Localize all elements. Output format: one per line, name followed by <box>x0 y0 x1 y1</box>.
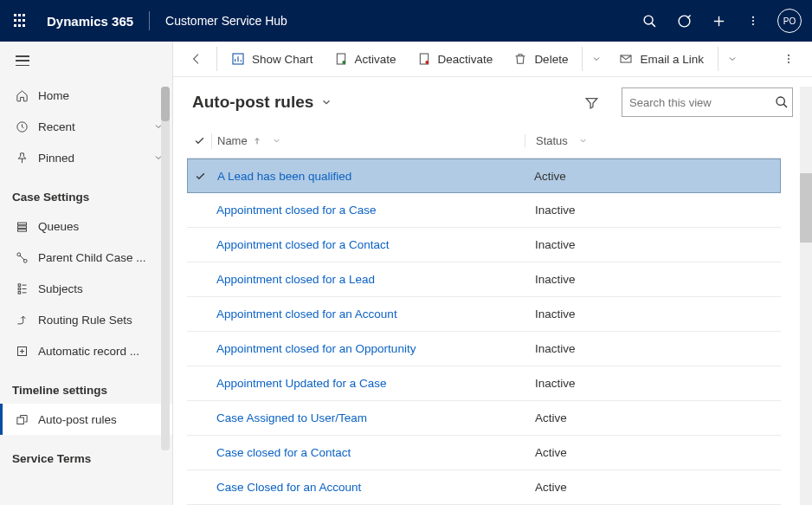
row-name-link[interactable]: A Lead has been qualified <box>212 170 524 183</box>
search-icon[interactable] <box>775 95 789 109</box>
select-all-checkbox[interactable] <box>187 135 211 146</box>
delete-button[interactable]: Delete <box>505 45 577 73</box>
sidebar-item-pinned[interactable]: Pinned <box>0 142 172 173</box>
main-scrollbar[interactable] <box>800 87 812 505</box>
row-status: Inactive <box>525 238 781 251</box>
top-bar: Dynamics 365 Customer Service Hub PO <box>0 0 812 42</box>
svg-rect-12 <box>17 225 26 228</box>
table-row[interactable]: Case Closed for an AccountActive <box>187 470 781 505</box>
activate-icon <box>334 52 348 66</box>
divider <box>582 47 583 71</box>
svg-rect-16 <box>18 283 21 286</box>
table-row[interactable]: Case closed for a ContactActive <box>187 436 781 470</box>
nav-label: Parent Child Case ... <box>38 251 164 264</box>
row-name-link[interactable]: Appointment Updated for a Case <box>211 377 525 390</box>
email-split-button[interactable] <box>722 54 743 64</box>
svg-point-36 <box>788 58 789 60</box>
svg-point-0 <box>644 16 653 24</box>
row-status: Active <box>525 446 781 459</box>
table-row[interactable]: Appointment closed for a CaseInactive <box>187 193 781 228</box>
svg-rect-25 <box>16 418 23 424</box>
nav-label: Subjects <box>38 282 164 295</box>
more-commands-button[interactable] <box>774 45 803 73</box>
sidebar-scrollbar[interactable] <box>161 87 170 450</box>
search-input[interactable] <box>629 96 775 109</box>
row-name-link[interactable]: Appointment closed for a Case <box>211 204 525 217</box>
brand-divider <box>149 11 150 30</box>
row-name-link[interactable]: Appointment closed for a Contact <box>211 238 525 251</box>
sidebar-item-parent-child[interactable]: Parent Child Case ... <box>0 242 172 273</box>
nav-label: Automatic record ... <box>38 345 164 358</box>
svg-point-38 <box>777 97 784 105</box>
svg-line-1 <box>651 23 654 26</box>
row-checkbox[interactable] <box>188 171 212 182</box>
sidebar-item-auto-post-rules[interactable]: Auto-post rules <box>0 404 172 435</box>
back-button[interactable] <box>182 52 211 66</box>
svg-point-6 <box>752 16 754 18</box>
row-status: Inactive <box>525 377 781 390</box>
chevron-down-icon <box>320 96 332 108</box>
row-name-link[interactable]: Case Assigned to User/Team <box>211 411 525 424</box>
search-icon[interactable] <box>632 0 667 42</box>
search-box[interactable] <box>622 87 793 117</box>
column-label: Status <box>536 134 568 147</box>
email-link-button[interactable]: Email a Link <box>610 45 712 73</box>
section-title: Service Terms <box>0 435 172 472</box>
table-row[interactable]: Appointment closed for a LeadInactive <box>187 262 781 297</box>
nav-label: Pinned <box>38 152 153 165</box>
sidebar-item-subjects[interactable]: Subjects <box>0 273 172 304</box>
brand-title[interactable]: Dynamics 365 <box>47 14 133 29</box>
activate-button[interactable]: Activate <box>325 45 405 73</box>
app-launcher-icon[interactable] <box>10 10 31 31</box>
row-status: Inactive <box>525 204 781 217</box>
avatar[interactable]: PO <box>777 9 802 33</box>
table-row[interactable]: Appointment Updated for a CaseInactive <box>187 366 781 401</box>
svg-rect-17 <box>18 288 21 290</box>
deactivate-icon <box>417 52 431 66</box>
table-row[interactable]: Appointment closed for an AccountInactiv… <box>187 297 781 332</box>
table-row[interactable]: Appointment closed for a ContactInactive <box>187 228 781 262</box>
add-icon[interactable] <box>701 0 736 42</box>
row-status: Active <box>525 481 781 494</box>
svg-point-33 <box>425 61 429 64</box>
row-name-link[interactable]: Case Closed for an Account <box>211 481 525 494</box>
sidebar-item-recent[interactable]: Recent <box>0 111 172 142</box>
row-name-link[interactable]: Case closed for a Contact <box>211 446 525 459</box>
svg-point-7 <box>752 20 754 22</box>
clock-icon <box>14 120 29 133</box>
sidebar-item-home[interactable]: Home <box>0 80 172 111</box>
grid-body: A Lead has been qualifiedActiveAppointme… <box>187 159 781 505</box>
sidebar-item-automatic-record[interactable]: Automatic record ... <box>0 335 172 366</box>
sidebar-item-routing[interactable]: Routing Rule Sets <box>0 304 172 335</box>
brand-subtitle[interactable]: Customer Service Hub <box>165 14 287 28</box>
more-vertical-icon[interactable] <box>736 0 770 42</box>
sidebar: Home Recent Pinned Case Settings Queues … <box>0 42 173 505</box>
svg-point-31 <box>342 61 345 64</box>
nav-label: Auto-post rules <box>38 413 164 426</box>
sort-asc-icon <box>253 137 261 146</box>
delete-split-button[interactable] <box>586 54 607 64</box>
data-grid: Name Status A Lead has been qualifiedAct… <box>173 124 800 505</box>
table-row[interactable]: Appointment closed for an OpportunityIna… <box>187 332 781 366</box>
column-header-name[interactable]: Name <box>212 134 525 147</box>
assistant-icon[interactable] <box>667 0 701 42</box>
row-name-link[interactable]: Appointment closed for an Opportunity <box>211 342 525 355</box>
view-selector[interactable]: Auto-post rules <box>192 93 332 112</box>
row-name-link[interactable]: Appointment closed for a Lead <box>211 273 525 286</box>
trash-icon <box>513 52 527 66</box>
nav-label: Queues <box>38 220 164 233</box>
show-chart-button[interactable]: Show Chart <box>222 45 322 73</box>
filter-button[interactable] <box>577 87 606 117</box>
column-header-status[interactable]: Status <box>525 134 781 147</box>
home-icon <box>14 89 29 102</box>
row-status: Inactive <box>525 342 781 355</box>
svg-rect-11 <box>17 223 26 225</box>
row-name-link[interactable]: Appointment closed for an Account <box>211 308 525 320</box>
button-label: Email a Link <box>640 53 704 66</box>
table-row[interactable]: Case Assigned to User/TeamActive <box>187 401 781 436</box>
deactivate-button[interactable]: Deactivate <box>409 45 502 73</box>
sidebar-item-queues[interactable]: Queues <box>0 210 172 242</box>
button-label: Deactivate <box>438 53 493 66</box>
sidebar-toggle-button[interactable] <box>0 42 172 80</box>
table-row[interactable]: A Lead has been qualifiedActive <box>187 159 781 193</box>
